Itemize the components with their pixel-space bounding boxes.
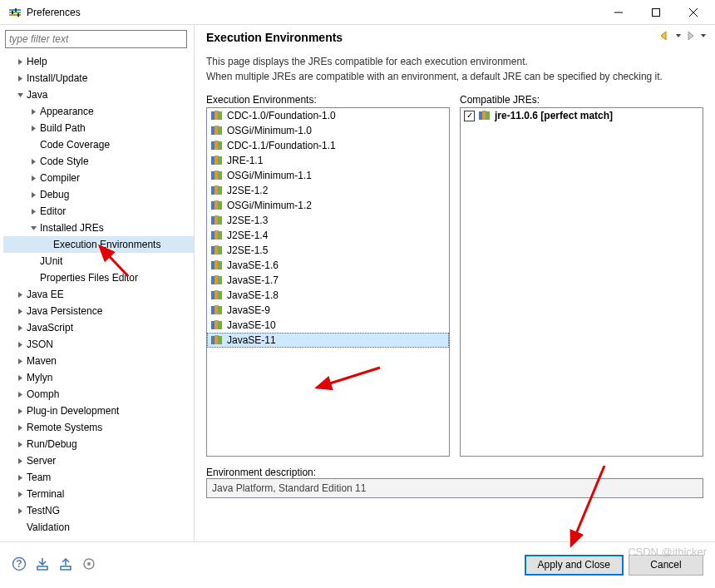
tree-item[interactable]: JUnit <box>3 253 194 269</box>
svg-rect-57 <box>218 336 222 344</box>
back-dropdown-icon[interactable] <box>675 30 682 44</box>
tree-item[interactable]: Code Coverage <box>3 136 194 153</box>
tree-item[interactable]: Run/Debug <box>3 436 194 452</box>
collapsed-icon[interactable] <box>27 188 40 201</box>
tree-item[interactable]: Execution Environments <box>3 236 194 253</box>
filter-input[interactable] <box>5 30 187 48</box>
maximize-button[interactable] <box>637 0 674 24</box>
compatible-jre-item[interactable]: jre-11.0.6 [perfect match] <box>461 108 703 123</box>
collapsed-icon[interactable] <box>27 155 40 168</box>
tree-item[interactable]: Help <box>3 53 194 70</box>
collapsed-icon[interactable] <box>13 304 27 318</box>
tree-item[interactable]: Java EE <box>3 286 194 303</box>
collapsed-icon[interactable] <box>13 288 27 301</box>
export-icon[interactable] <box>58 556 73 574</box>
collapsed-icon[interactable] <box>13 371 27 384</box>
execution-environments-label: Execution Environments: <box>206 94 450 106</box>
env-item[interactable]: JavaSE-9 <box>207 303 449 318</box>
collapsed-icon[interactable] <box>13 454 27 467</box>
tree-item[interactable]: Plug-in Development <box>3 403 194 419</box>
tree-item[interactable]: Java Persistence <box>3 303 194 319</box>
tree-item[interactable]: Installed JREs <box>3 220 194 236</box>
env-item[interactable]: JRE-1.1 <box>207 153 449 168</box>
compatible-jres-list[interactable]: jre-11.0.6 [perfect match] <box>460 107 703 457</box>
env-item[interactable]: CDC-1.1/Foundation-1.1 <box>207 138 449 153</box>
svg-rect-12 <box>218 111 222 120</box>
apply-and-close-button[interactable]: Apply and Close <box>525 555 624 576</box>
env-item[interactable]: J2SE-1.3 <box>207 213 449 228</box>
collapsed-icon[interactable] <box>13 338 27 351</box>
execution-environments-list[interactable]: CDC-1.0/Foundation-1.0OSGi/Minimum-1.0CD… <box>206 107 450 457</box>
collapsed-icon[interactable] <box>13 487 27 501</box>
tree-item[interactable]: Compiler <box>3 170 194 186</box>
env-item[interactable]: J2SE-1.2 <box>207 183 449 198</box>
tree-item[interactable]: Editor <box>3 203 194 220</box>
env-item[interactable]: J2SE-1.4 <box>207 228 449 243</box>
collapsed-icon[interactable] <box>27 105 40 118</box>
expanded-icon[interactable] <box>27 221 40 235</box>
collapsed-icon[interactable] <box>13 471 27 484</box>
jre-checkbox[interactable] <box>464 111 475 121</box>
forward-dropdown-icon[interactable] <box>700 30 707 44</box>
tree-item[interactable]: Maven <box>3 353 194 369</box>
env-item[interactable]: JavaSE-10 <box>207 318 449 333</box>
page-heading: Execution Environments <box>206 31 658 44</box>
tree-item[interactable]: Validation <box>3 519 194 536</box>
collapsed-icon[interactable] <box>13 504 27 517</box>
collapsed-icon[interactable] <box>27 121 40 135</box>
env-item[interactable]: JavaSE-1.6 <box>207 258 449 273</box>
env-item[interactable]: CDC-1.0/Foundation-1.0 <box>207 108 449 123</box>
preferences-tree[interactable]: HelpInstall/UpdateJavaAppearanceBuild Pa… <box>0 52 194 541</box>
collapsed-icon[interactable] <box>27 205 40 218</box>
collapsed-icon[interactable] <box>27 171 40 185</box>
tree-item[interactable]: Server <box>3 452 194 469</box>
import-icon[interactable] <box>35 556 50 574</box>
env-item-label: J2SE-1.4 <box>227 230 268 241</box>
tree-item[interactable]: TestNG <box>3 502 194 519</box>
tree-item[interactable]: Debug <box>3 186 194 203</box>
tree-item[interactable]: Install/Update <box>3 70 194 86</box>
collapsed-icon[interactable] <box>13 388 27 401</box>
collapsed-icon[interactable] <box>13 421 27 434</box>
back-icon[interactable] <box>658 30 673 44</box>
collapsed-icon[interactable] <box>13 72 27 85</box>
tree-item[interactable]: Team <box>3 469 194 486</box>
collapsed-icon[interactable] <box>13 321 27 334</box>
jre-library-icon <box>210 110 224 121</box>
collapsed-icon[interactable] <box>13 55 27 68</box>
svg-rect-7 <box>652 8 659 16</box>
env-item[interactable]: OSGi/Minimum-1.1 <box>207 168 449 183</box>
minimize-button[interactable] <box>599 0 637 24</box>
page-description-line2: When multiple JREs are compatible with a… <box>206 69 703 84</box>
tree-item[interactable]: Remote Systems <box>3 419 194 436</box>
jre-library-icon <box>210 200 224 211</box>
collapsed-icon[interactable] <box>13 437 27 451</box>
tree-item[interactable]: Terminal <box>3 486 194 502</box>
forward-icon[interactable] <box>683 30 698 44</box>
env-item[interactable]: OSGi/Minimum-1.0 <box>207 123 449 138</box>
close-button[interactable] <box>674 0 712 24</box>
cancel-button[interactable]: Cancel <box>629 555 703 576</box>
env-item[interactable]: J2SE-1.5 <box>207 243 449 258</box>
tree-item[interactable]: Appearance <box>3 103 194 120</box>
tree-item[interactable]: Build Path <box>3 120 194 136</box>
svg-text:?: ? <box>16 558 22 570</box>
collapsed-icon[interactable] <box>13 354 27 368</box>
expanded-icon[interactable] <box>13 88 27 101</box>
tree-item[interactable]: Java <box>3 86 194 103</box>
help-icon[interactable]: ? <box>12 556 27 574</box>
env-item-label: JavaSE-9 <box>227 304 270 316</box>
tree-item[interactable]: Mylyn <box>3 369 194 386</box>
env-item[interactable]: JavaSE-1.8 <box>207 288 449 303</box>
env-item[interactable]: OSGi/Minimum-1.2 <box>207 198 449 213</box>
tree-item[interactable]: Properties Files Editor <box>3 269 194 286</box>
env-item[interactable]: JavaSE-1.7 <box>207 273 449 288</box>
env-item[interactable]: JavaSE-11 <box>207 333 449 348</box>
tree-item[interactable]: JavaScript <box>3 319 194 336</box>
tree-item[interactable]: JSON <box>3 336 194 353</box>
jre-library-icon <box>210 304 224 316</box>
collapsed-icon[interactable] <box>13 404 27 418</box>
tree-item[interactable]: Oomph <box>3 386 194 403</box>
tree-item[interactable]: Code Style <box>3 153 194 170</box>
oomph-icon[interactable] <box>81 556 96 574</box>
